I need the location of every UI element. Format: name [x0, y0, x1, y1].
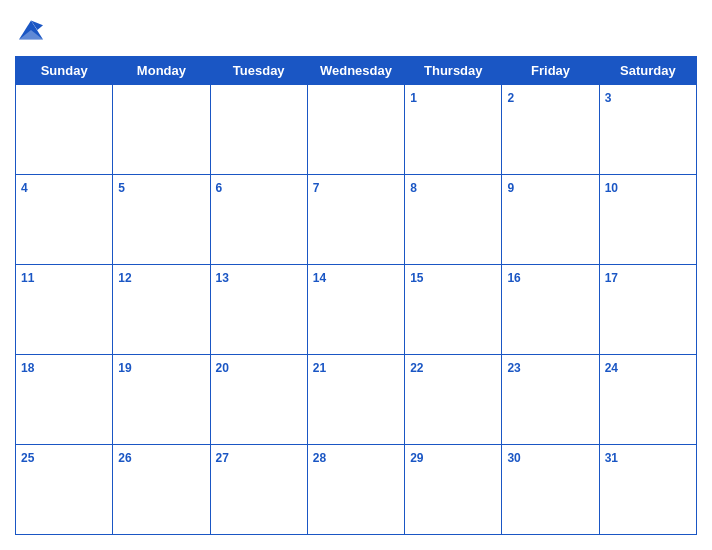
calendar-cell: 30: [502, 445, 599, 535]
day-number: 13: [216, 271, 229, 285]
day-number: 3: [605, 91, 612, 105]
weekday-header-wednesday: Wednesday: [307, 57, 404, 85]
day-number: 24: [605, 361, 618, 375]
week-row-2: 45678910: [16, 175, 697, 265]
day-number: 23: [507, 361, 520, 375]
weekday-header-saturday: Saturday: [599, 57, 696, 85]
day-number: 4: [21, 181, 28, 195]
calendar-cell: [210, 85, 307, 175]
calendar-cell: 20: [210, 355, 307, 445]
calendar-cell: 1: [405, 85, 502, 175]
calendar-cell: 7: [307, 175, 404, 265]
calendar-body: 1234567891011121314151617181920212223242…: [16, 85, 697, 535]
calendar-cell: [16, 85, 113, 175]
calendar-cell: 5: [113, 175, 210, 265]
calendar-cell: 18: [16, 355, 113, 445]
calendar-cell: 23: [502, 355, 599, 445]
calendar-cell: [307, 85, 404, 175]
weekday-header-tuesday: Tuesday: [210, 57, 307, 85]
day-number: 31: [605, 451, 618, 465]
day-number: 2: [507, 91, 514, 105]
day-number: 27: [216, 451, 229, 465]
day-number: 29: [410, 451, 423, 465]
day-number: 14: [313, 271, 326, 285]
weekday-header-sunday: Sunday: [16, 57, 113, 85]
day-number: 6: [216, 181, 223, 195]
day-number: 20: [216, 361, 229, 375]
calendar-cell: 27: [210, 445, 307, 535]
week-row-3: 11121314151617: [16, 265, 697, 355]
day-number: 1: [410, 91, 417, 105]
calendar-cell: 29: [405, 445, 502, 535]
day-number: 18: [21, 361, 34, 375]
logo-icon: [15, 14, 47, 46]
calendar-cell: 24: [599, 355, 696, 445]
calendar-cell: 2: [502, 85, 599, 175]
calendar-cell: [113, 85, 210, 175]
calendar-cell: 26: [113, 445, 210, 535]
calendar-cell: 3: [599, 85, 696, 175]
calendar-cell: 8: [405, 175, 502, 265]
calendar-cell: 28: [307, 445, 404, 535]
day-number: 15: [410, 271, 423, 285]
calendar-cell: 21: [307, 355, 404, 445]
weekday-header-row: SundayMondayTuesdayWednesdayThursdayFrid…: [16, 57, 697, 85]
day-number: 9: [507, 181, 514, 195]
calendar-cell: 15: [405, 265, 502, 355]
day-number: 12: [118, 271, 131, 285]
week-row-1: 123: [16, 85, 697, 175]
weekday-header-thursday: Thursday: [405, 57, 502, 85]
calendar-cell: 16: [502, 265, 599, 355]
calendar-cell: 10: [599, 175, 696, 265]
day-number: 30: [507, 451, 520, 465]
week-row-5: 25262728293031: [16, 445, 697, 535]
calendar-cell: 9: [502, 175, 599, 265]
calendar-cell: 11: [16, 265, 113, 355]
day-number: 19: [118, 361, 131, 375]
weekday-header-monday: Monday: [113, 57, 210, 85]
day-number: 17: [605, 271, 618, 285]
calendar-cell: 4: [16, 175, 113, 265]
day-number: 26: [118, 451, 131, 465]
day-number: 25: [21, 451, 34, 465]
calendar-header: [15, 10, 697, 50]
calendar-cell: 19: [113, 355, 210, 445]
calendar-cell: 31: [599, 445, 696, 535]
day-number: 7: [313, 181, 320, 195]
day-number: 5: [118, 181, 125, 195]
calendar-cell: 13: [210, 265, 307, 355]
calendar-cell: 25: [16, 445, 113, 535]
calendar-table: SundayMondayTuesdayWednesdayThursdayFrid…: [15, 56, 697, 535]
calendar-cell: 17: [599, 265, 696, 355]
weekday-header-friday: Friday: [502, 57, 599, 85]
calendar-cell: 12: [113, 265, 210, 355]
day-number: 11: [21, 271, 34, 285]
day-number: 16: [507, 271, 520, 285]
week-row-4: 18192021222324: [16, 355, 697, 445]
day-number: 22: [410, 361, 423, 375]
day-number: 28: [313, 451, 326, 465]
calendar-cell: 14: [307, 265, 404, 355]
day-number: 10: [605, 181, 618, 195]
day-number: 21: [313, 361, 326, 375]
logo: [15, 14, 51, 46]
calendar-cell: 22: [405, 355, 502, 445]
calendar-cell: 6: [210, 175, 307, 265]
day-number: 8: [410, 181, 417, 195]
